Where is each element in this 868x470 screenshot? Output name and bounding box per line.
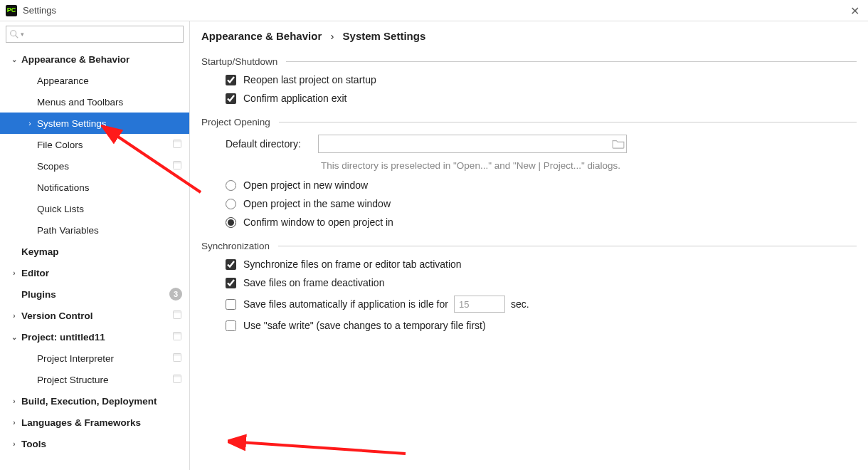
breadcrumb-part-1: Appearance & Behavior: [201, 30, 322, 42]
tree-item-plugins[interactable]: Plugins3: [0, 283, 189, 305]
open-new-window-radio[interactable]: [226, 180, 236, 191]
tree-item-label: Project Interpreter: [37, 353, 172, 364]
titlebar: PC Settings ✕: [0, 0, 868, 21]
tree-item-label: System Settings: [37, 118, 182, 129]
tree-item-label: Notifications: [37, 182, 182, 193]
tree-item-label: Quick Lists: [37, 204, 182, 214]
save-idle-checkbox[interactable]: [226, 299, 236, 310]
tree-item-path-variables[interactable]: Path Variables: [0, 219, 189, 241]
svg-point-0: [11, 31, 16, 36]
svg-rect-7: [174, 310, 181, 313]
default-directory-label: Default directory:: [226, 138, 318, 150]
tree-arrow-icon: ›: [26, 120, 34, 127]
svg-rect-5: [174, 161, 181, 163]
tree-item-notifications[interactable]: Notifications: [0, 177, 189, 198]
sidebar: ▾ ⌄Appearance & BehaviorAppearanceMenus …: [0, 21, 190, 470]
app-icon: PC: [6, 5, 17, 16]
badge: 3: [169, 288, 182, 301]
folder-icon[interactable]: [612, 139, 625, 149]
tree-arrow-icon: ›: [10, 269, 18, 277]
svg-line-1: [16, 36, 18, 38]
tree-item-scopes[interactable]: Scopes: [0, 155, 189, 177]
tree-arrow-icon: ⌄: [10, 333, 18, 341]
tree-item-label: Path Variables: [37, 225, 182, 236]
confirm-window-radio[interactable]: [226, 217, 236, 228]
tree-item-version-control[interactable]: ›Version Control: [0, 305, 189, 326]
tree-item-label: Plugins: [21, 289, 169, 300]
checkbox-confirm-exit[interactable]: Confirm application exit: [226, 93, 857, 104]
breadcrumb: Appearance & Behavior › System Settings: [201, 30, 857, 42]
tree-item-label: File Colors: [37, 140, 172, 150]
project-scope-icon: [172, 374, 182, 386]
default-directory-field[interactable]: [318, 135, 627, 153]
open-same-window-radio[interactable]: [226, 199, 236, 209]
tree-item-label: Appearance: [37, 75, 182, 86]
tree-item-build-execution-deployment[interactable]: ›Build, Execution, Deployment: [0, 390, 189, 412]
radio-open-same-window[interactable]: Open project in the same window: [226, 198, 857, 209]
tree-item-project-untitled11[interactable]: ⌄Project: untitled11: [0, 326, 189, 348]
svg-rect-13: [174, 375, 181, 377]
tree-arrow-icon: ›: [10, 312, 18, 320]
tree-item-quick-lists[interactable]: Quick Lists: [0, 198, 189, 219]
search-dropdown-icon[interactable]: ▾: [21, 31, 24, 38]
dialog-body: ▾ ⌄Appearance & BehaviorAppearanceMenus …: [0, 21, 868, 470]
tree-arrow-icon: ›: [10, 440, 18, 448]
checkbox-reopen-last-project[interactable]: Reopen last project on startup: [226, 74, 857, 85]
radio-confirm-window[interactable]: Confirm window to open project in: [226, 216, 857, 228]
search-icon: [9, 29, 19, 39]
project-scope-icon: [172, 331, 182, 343]
project-scope-icon: [172, 352, 182, 365]
tree-item-file-colors[interactable]: File Colors: [0, 134, 189, 155]
tree-item-label: Project Structure: [37, 375, 172, 385]
section-title-project-opening: Project Opening: [201, 117, 857, 127]
default-directory-row: Default directory:: [226, 135, 857, 153]
idle-seconds-input[interactable]: [454, 296, 505, 313]
tree-item-label: Appearance & Behavior: [21, 54, 182, 65]
tree-item-label: Tools: [21, 439, 182, 449]
tree-item-appearance[interactable]: Appearance: [0, 70, 189, 91]
safe-write-checkbox[interactable]: [226, 320, 236, 331]
tree-item-project-structure[interactable]: Project Structure: [0, 369, 189, 390]
svg-rect-3: [174, 140, 181, 142]
tree-item-label: Project: untitled11: [21, 332, 172, 343]
checkbox-sync-files[interactable]: Synchronize files on frame or editor tab…: [226, 258, 857, 270]
default-directory-hint: This directory is preselected in "Open..…: [321, 160, 857, 171]
radio-open-new-window[interactable]: Open project in new window: [226, 179, 857, 191]
section-title-startup: Startup/Shutdown: [201, 56, 857, 67]
tree-item-languages-frameworks[interactable]: ›Languages & Frameworks: [0, 412, 189, 433]
tree-item-appearance-behavior[interactable]: ⌄Appearance & Behavior: [0, 48, 189, 70]
section-title-sync: Synchronization: [201, 241, 857, 251]
search-input[interactable]: [27, 26, 180, 42]
reopen-checkbox[interactable]: [226, 75, 236, 85]
settings-tree: ⌄Appearance & BehaviorAppearanceMenus an…: [0, 46, 189, 470]
checkbox-save-idle[interactable]: Save files automatically if application …: [226, 296, 857, 313]
sync-files-checkbox[interactable]: [226, 259, 236, 270]
tree-item-menus-and-toolbars[interactable]: Menus and Toolbars: [0, 91, 189, 113]
tree-item-label: Languages & Frameworks: [21, 417, 182, 428]
tree-item-label: Build, Execution, Deployment: [21, 396, 182, 407]
svg-rect-9: [174, 332, 181, 334]
tree-item-editor[interactable]: ›Editor: [0, 262, 189, 283]
tree-item-label: Editor: [21, 268, 182, 278]
tree-item-label: Keymap: [21, 246, 182, 257]
tree-item-keymap[interactable]: Keymap: [0, 241, 189, 262]
default-directory-input[interactable]: [323, 139, 612, 150]
project-scope-icon: [172, 160, 182, 172]
tree-arrow-icon: ›: [10, 397, 18, 405]
tree-item-tools[interactable]: ›Tools: [0, 433, 189, 454]
tree-item-project-interpreter[interactable]: Project Interpreter: [0, 348, 189, 369]
tree-arrow-icon: ›: [10, 419, 18, 427]
breadcrumb-part-2: System Settings: [343, 30, 426, 42]
content-pane: Appearance & Behavior › System Settings …: [190, 21, 868, 470]
window-title: Settings: [23, 5, 56, 16]
tree-arrow-icon: ⌄: [10, 56, 18, 63]
tree-item-label: Menus and Toolbars: [37, 97, 182, 108]
close-icon[interactable]: ✕: [850, 4, 859, 18]
tree-item-system-settings[interactable]: ›System Settings: [0, 113, 189, 134]
save-deact-checkbox[interactable]: [226, 278, 236, 288]
checkbox-save-on-deactivation[interactable]: Save files on frame deactivation: [226, 277, 857, 288]
confirm-exit-checkbox[interactable]: [226, 93, 236, 104]
checkbox-safe-write[interactable]: Use "safe write" (save changes to a temp…: [226, 320, 857, 331]
search-box[interactable]: ▾: [6, 26, 184, 43]
svg-rect-11: [174, 353, 181, 355]
